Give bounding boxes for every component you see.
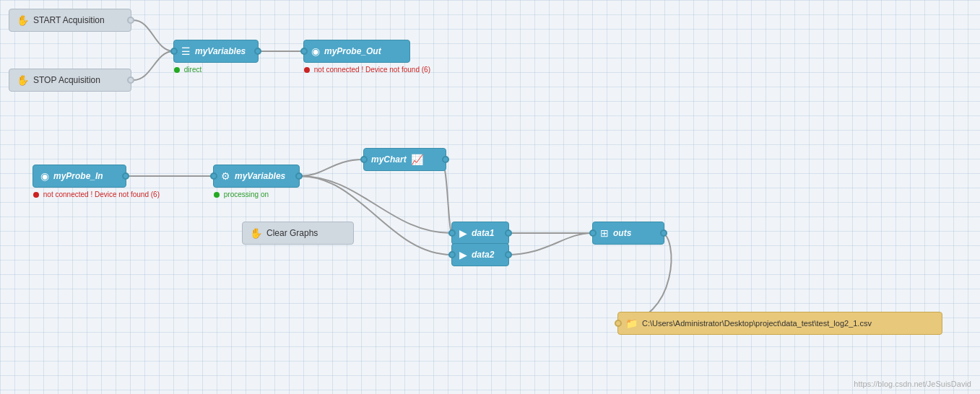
variables-mid-icon: ⚙ xyxy=(221,170,230,182)
data2-port-left xyxy=(448,251,456,258)
start-acquisition-port-right xyxy=(127,17,134,24)
data1-node[interactable]: ▶ data1 xyxy=(451,222,509,245)
my-probe-in-status: not connected ! Device not found (6) xyxy=(33,191,160,198)
my-variables-top-label: myVariables xyxy=(195,46,246,56)
data1-icon: ▶ xyxy=(459,227,467,239)
outs-node[interactable]: ⊞ outs xyxy=(592,222,664,245)
stop-icon: ✋ xyxy=(17,74,29,86)
probe-out-icon: ◉ xyxy=(311,45,320,57)
file-path-label: C:\Users\Administrator\Desktop\project\d… xyxy=(642,319,872,328)
stop-acquisition-port-right xyxy=(127,76,134,84)
my-variables-mid-status: processing on xyxy=(214,191,269,198)
my-variables-top-port-left xyxy=(170,48,178,55)
my-probe-out-status: not connected ! Device not found (6) xyxy=(304,66,430,74)
my-chart-port-right xyxy=(442,156,449,163)
start-acquisition-label: START Acquisition xyxy=(33,15,105,25)
outs-icon: ⊞ xyxy=(600,227,609,239)
my-chart-port-left xyxy=(360,156,368,163)
stop-acquisition-label: STOP Acquisition xyxy=(33,75,100,85)
stop-acquisition-node[interactable]: ✋ STOP Acquisition xyxy=(9,69,131,92)
my-variables-mid-node[interactable]: ⚙ myVariables processing on xyxy=(213,165,300,188)
data2-port-right xyxy=(505,251,512,258)
start-acquisition-node[interactable]: ✋ START Acquisition xyxy=(9,9,131,32)
outs-label: outs xyxy=(613,228,631,238)
my-probe-out-dot xyxy=(304,67,310,73)
my-variables-top-port-right xyxy=(254,48,261,55)
probe-in-icon: ◉ xyxy=(40,170,49,182)
my-probe-in-label: myProbe_In xyxy=(53,171,103,181)
my-variables-mid-dot xyxy=(214,192,220,198)
my-probe-in-port-right xyxy=(122,172,129,180)
my-probe-out-node[interactable]: ◉ myProbe_Out not connected ! Device not… xyxy=(303,40,410,63)
variables-top-icon: ☰ xyxy=(181,45,191,57)
data2-icon: ▶ xyxy=(459,249,467,261)
my-variables-top-node[interactable]: ☰ myVariables direct xyxy=(173,40,259,63)
data1-port-left xyxy=(448,229,456,237)
data2-node[interactable]: ▶ data2 xyxy=(451,243,509,266)
clear-graphs-label: Clear Graphs xyxy=(266,228,318,238)
my-chart-label: myChart xyxy=(371,154,407,165)
file-path-port-left xyxy=(615,320,622,327)
my-variables-mid-label: myVariables xyxy=(235,171,285,181)
my-chart-node[interactable]: myChart 📈 xyxy=(363,148,446,171)
data1-port-right xyxy=(505,229,512,237)
my-variables-top-status: direct xyxy=(174,66,201,74)
chart-icon: 📈 xyxy=(411,154,423,165)
watermark: https://blog.csdn.net/JeSuisDavid xyxy=(854,380,971,388)
my-variables-mid-port-right xyxy=(295,172,303,180)
start-icon: ✋ xyxy=(17,14,29,26)
my-probe-out-port-left xyxy=(300,48,308,55)
file-icon: 📁 xyxy=(625,318,638,329)
my-probe-out-label: myProbe_Out xyxy=(324,46,381,56)
my-probe-in-dot xyxy=(33,192,39,198)
my-probe-in-node[interactable]: ◉ myProbe_In not connected ! Device not … xyxy=(32,165,126,188)
file-path-node[interactable]: 📁 C:\Users\Administrator\Desktop\project… xyxy=(617,312,942,335)
my-variables-top-dot xyxy=(174,67,180,73)
clear-graphs-node[interactable]: ✋ Clear Graphs xyxy=(242,222,354,245)
outs-port-left xyxy=(589,229,597,237)
outs-port-right xyxy=(660,229,667,237)
data2-label: data2 xyxy=(472,250,494,260)
my-variables-mid-port-left xyxy=(210,172,217,180)
data1-label: data1 xyxy=(472,228,494,238)
clear-icon: ✋ xyxy=(250,227,262,239)
